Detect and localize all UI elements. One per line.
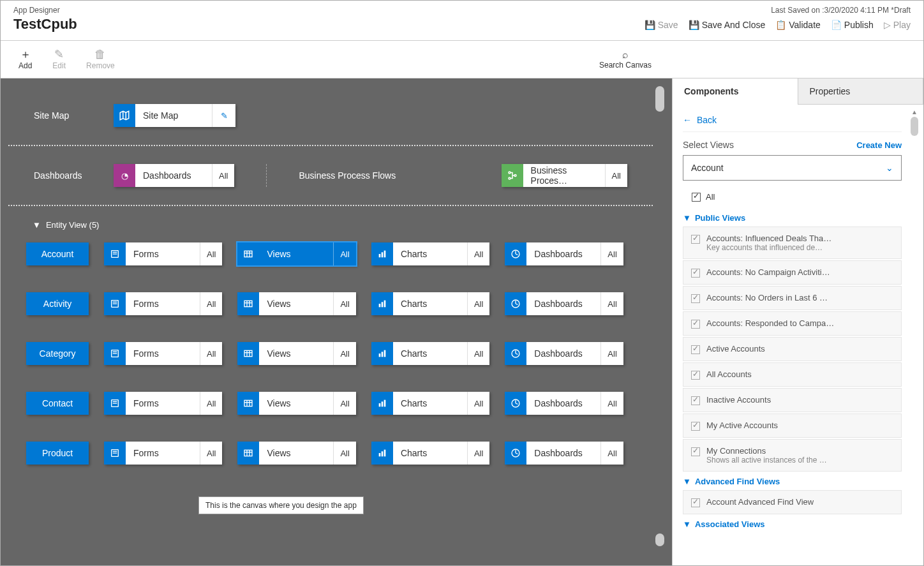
svg-rect-27	[113, 353, 117, 354]
bpf-tile[interactable]: Business Proces… All	[502, 164, 627, 187]
asset-tile-charts[interactable]: Charts All	[371, 342, 489, 365]
publish-icon: 📄	[831, 20, 842, 30]
advanced-find-views-header[interactable]: ▼Advanced Find Views	[683, 473, 902, 490]
svg-point-0	[509, 172, 510, 174]
panel-scrollbar[interactable]: ▲	[909, 108, 920, 562]
svg-point-2	[514, 175, 516, 177]
view-item[interactable]: Accounts: No Campaign Activiti…	[683, 260, 902, 285]
entity-view-header[interactable]: ▼ Entity View (5)	[8, 206, 653, 230]
asset-tile-charts[interactable]: Charts All	[371, 442, 489, 465]
view-item[interactable]: Inactive Accounts	[683, 388, 902, 412]
entity-dropdown[interactable]: Account ⌄	[683, 155, 902, 181]
play-button[interactable]: ▷Play	[884, 20, 911, 30]
svg-rect-12	[384, 251, 386, 258]
canvas-scrollbar-bottom[interactable]	[655, 533, 664, 546]
add-button[interactable]: ＋Add	[8, 46, 42, 73]
checkbox-icon[interactable]	[691, 320, 700, 329]
caret-up-icon: ▲	[911, 108, 918, 115]
save-button[interactable]: 💾Save	[645, 20, 678, 30]
view-item[interactable]: Accounts: No Orders in Last 6 …	[683, 286, 902, 310]
search-icon: ⌕	[622, 49, 629, 61]
view-item[interactable]: Accounts: Responded to Campa…	[683, 311, 902, 336]
asset-tile-forms[interactable]: Forms All	[104, 242, 222, 265]
views-icon	[237, 342, 259, 365]
checkbox-icon[interactable]	[691, 422, 700, 431]
publish-button[interactable]: 📄Publish	[831, 20, 874, 30]
save-icon: 💾	[645, 20, 655, 30]
pencil-icon: ✎	[54, 48, 64, 60]
view-item[interactable]: My ConnectionsShows all active instances…	[683, 439, 902, 472]
toolbar: ＋Add ✎Edit 🗑Remove ⌕ Search Canvas	[1, 41, 923, 78]
svg-rect-28	[244, 350, 252, 356]
entity-button[interactable]: Product	[26, 442, 89, 465]
checkbox-icon[interactable]	[691, 498, 700, 507]
view-item[interactable]: Accounts: Influenced Deals Tha…Key accou…	[683, 227, 902, 259]
asset-tile-views[interactable]: Views All	[237, 442, 355, 465]
header-bar: App Designer TestCpub Last Saved on :3/2…	[1, 1, 923, 41]
view-item[interactable]: All Accounts	[683, 362, 902, 387]
entity-button[interactable]: Account	[26, 242, 89, 265]
all-checkbox[interactable]: ✓ All	[683, 190, 902, 209]
views-icon	[237, 292, 259, 315]
svg-rect-33	[382, 352, 384, 357]
validate-button[interactable]: 📋Validate	[775, 20, 821, 30]
dashboards-tile[interactable]: ◔ Dashboards All	[114, 164, 234, 187]
associated-views-header[interactable]: ▼Associated Views	[683, 516, 902, 533]
save-close-icon: 💾	[689, 20, 699, 30]
checkbox-icon[interactable]	[691, 269, 700, 278]
asset-tile-views[interactable]: Views All	[237, 342, 355, 365]
views-icon	[237, 442, 259, 465]
last-saved-label: Last Saved on :3/20/2020 4:11 PM *Draft	[771, 6, 911, 15]
public-views-header[interactable]: ▼Public Views	[683, 209, 902, 227]
sitemap-edit-button[interactable]: ✎	[212, 104, 235, 127]
asset-tile-dashboards[interactable]: Dashboards All	[505, 392, 623, 415]
checkbox-icon[interactable]	[691, 235, 700, 244]
app-title: TestCpub	[13, 16, 77, 33]
views-icon	[237, 392, 259, 415]
asset-tile-views[interactable]: Views All	[237, 292, 355, 315]
canvas-scrollbar-top[interactable]	[655, 86, 664, 112]
entity-row: Contact Forms All Views All Charts All D…	[26, 392, 646, 415]
asset-tile-forms[interactable]: Forms All	[104, 442, 222, 465]
asset-tile-charts[interactable]: Charts All	[371, 392, 489, 415]
charts-icon	[371, 442, 393, 465]
entity-row: Activity Forms All Views All Charts All …	[26, 292, 646, 315]
sitemap-tile[interactable]: Site Map ✎	[114, 104, 235, 127]
sitemap-label: Site Map	[34, 110, 94, 121]
asset-tile-dashboards[interactable]: Dashboards All	[505, 242, 623, 265]
view-item[interactable]: Account Advanced Find View	[683, 490, 902, 514]
tab-properties[interactable]: Properties	[798, 78, 924, 105]
remove-button[interactable]: 🗑Remove	[76, 46, 125, 73]
svg-rect-22	[382, 302, 384, 307]
asset-tile-forms[interactable]: Forms All	[104, 292, 222, 315]
svg-rect-23	[384, 301, 386, 308]
entity-button[interactable]: Activity	[26, 292, 89, 315]
svg-rect-34	[384, 350, 386, 357]
asset-tile-forms[interactable]: Forms All	[104, 392, 222, 415]
asset-tile-views[interactable]: Views All	[237, 392, 355, 415]
asset-tile-charts[interactable]: Charts All	[371, 242, 489, 265]
checkbox-icon[interactable]	[691, 345, 700, 354]
entity-button[interactable]: Category	[26, 342, 89, 365]
view-item[interactable]: My Active Accounts	[683, 413, 902, 438]
create-new-button[interactable]: Create New	[856, 140, 902, 150]
search-canvas-button[interactable]: ⌕ Search Canvas	[584, 47, 667, 72]
asset-tile-dashboards[interactable]: Dashboards All	[505, 442, 623, 465]
tab-components[interactable]: Components	[673, 78, 798, 105]
checkbox-icon[interactable]	[691, 294, 700, 303]
checkbox-icon[interactable]	[691, 396, 700, 405]
asset-tile-dashboards[interactable]: Dashboards All	[505, 342, 623, 365]
save-close-button[interactable]: 💾Save And Close	[689, 20, 766, 30]
checkbox-icon[interactable]	[691, 371, 700, 380]
entity-button[interactable]: Contact	[26, 392, 89, 415]
design-canvas[interactable]: Site Map Site Map ✎ Dashboards ◔	[1, 78, 672, 565]
back-button[interactable]: ← Back	[683, 112, 902, 132]
edit-button[interactable]: ✎Edit	[42, 46, 76, 73]
checkbox-icon[interactable]	[691, 447, 700, 456]
svg-rect-26	[113, 352, 117, 352]
asset-tile-dashboards[interactable]: Dashboards All	[505, 292, 623, 315]
view-item[interactable]: Active Accounts	[683, 337, 902, 361]
asset-tile-views[interactable]: Views All	[237, 242, 355, 265]
asset-tile-forms[interactable]: Forms All	[104, 342, 222, 365]
asset-tile-charts[interactable]: Charts All	[371, 292, 489, 315]
